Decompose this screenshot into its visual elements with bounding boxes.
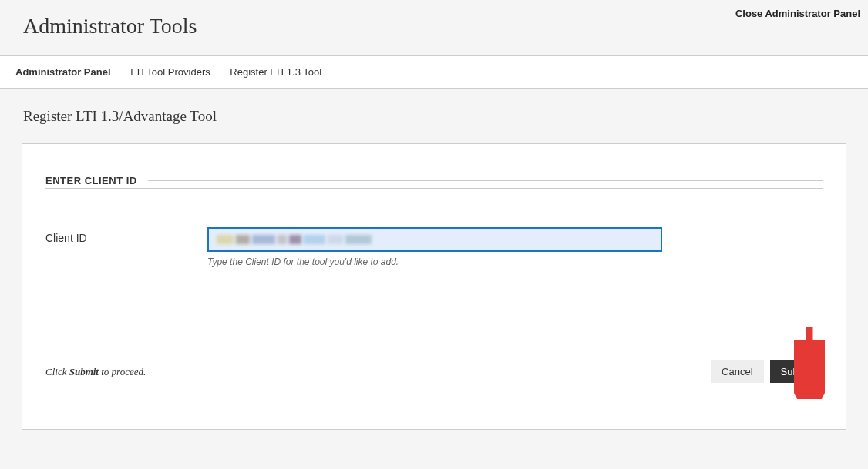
breadcrumb-item-admin-panel[interactable]: Administrator Panel: [15, 66, 111, 78]
section-heading-text: ENTER CLIENT ID: [45, 175, 137, 186]
button-row: Cancel Submit: [711, 360, 823, 383]
form-panel: ENTER CLIENT ID Client ID Type the Clien…: [22, 143, 846, 430]
client-id-input-wrap: Type the Client ID for the tool you'd li…: [207, 227, 662, 267]
breadcrumb-item-register-lti[interactable]: Register LTI 1.3 Tool: [230, 66, 321, 78]
page-header: Administrator Tools Close Administrator …: [0, 0, 868, 56]
breadcrumb-item-lti-providers[interactable]: LTI Tool Providers: [130, 66, 210, 78]
client-id-help-text: Type the Client ID for the tool you'd li…: [207, 256, 662, 267]
cancel-button[interactable]: Cancel: [711, 360, 763, 383]
client-id-input[interactable]: [207, 227, 662, 252]
page-subtitle: Register LTI 1.3/Advantage Tool: [0, 89, 868, 143]
proceed-suffix: to proceed.: [99, 366, 146, 377]
section-heading-divider: [148, 180, 823, 181]
breadcrumb: Administrator Panel LTI Tool Providers R…: [0, 56, 868, 89]
page-title-main: Administrator Tools: [23, 14, 845, 39]
close-admin-panel-link[interactable]: Close Administrator Panel: [735, 8, 860, 19]
page-body: Register LTI 1.3/Advantage Tool ENTER CL…: [0, 89, 868, 430]
field-row-client-id: Client ID Type the Client ID for the too…: [45, 227, 823, 267]
client-id-label: Client ID: [45, 227, 207, 244]
form-divider: [45, 310, 823, 310]
proceed-bold: Submit: [69, 366, 99, 377]
section-heading-client-id: ENTER CLIENT ID: [45, 175, 823, 189]
proceed-prefix: Click: [45, 366, 69, 377]
form-footer: Click Submit to proceed. Cancel Submit: [45, 360, 823, 383]
proceed-instruction: Click Submit to proceed.: [45, 366, 146, 378]
submit-button[interactable]: Submit: [770, 360, 823, 383]
